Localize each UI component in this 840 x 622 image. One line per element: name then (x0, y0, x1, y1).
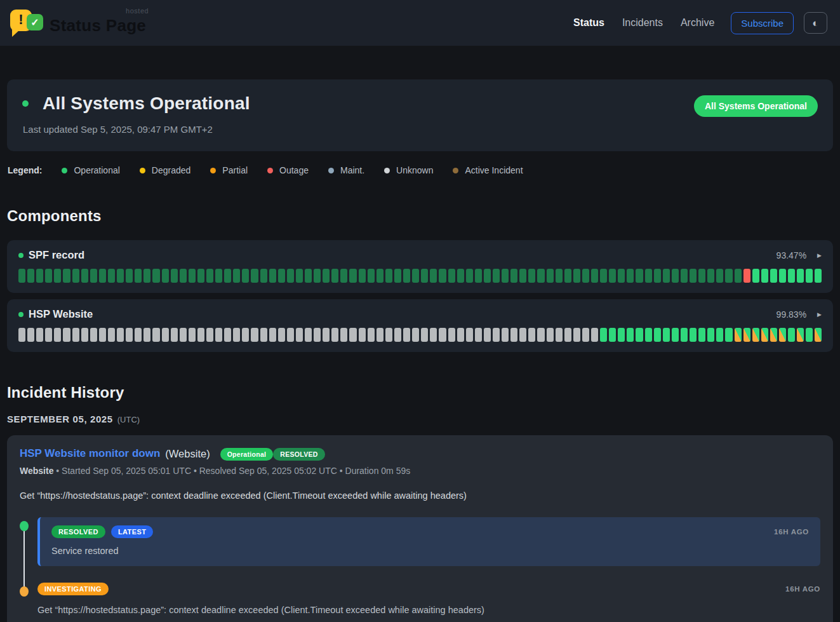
uptime-bar[interactable] (645, 269, 652, 283)
uptime-bar[interactable] (72, 269, 79, 283)
uptime-bar[interactable] (591, 328, 598, 342)
uptime-bar[interactable] (681, 269, 688, 283)
uptime-bar[interactable] (18, 269, 25, 283)
uptime-bar[interactable] (72, 328, 79, 342)
uptime-bar[interactable] (475, 269, 482, 283)
uptime-bar[interactable] (627, 269, 634, 283)
expand-arrow-icon[interactable]: ▶ (817, 252, 822, 259)
uptime-bar[interactable] (430, 328, 437, 342)
uptime-bar[interactable] (797, 328, 804, 342)
uptime-bar[interactable] (672, 269, 679, 283)
uptime-bar[interactable] (457, 269, 464, 283)
uptime-bar[interactable] (206, 328, 213, 342)
nav-status[interactable]: Status (573, 17, 604, 29)
uptime-bar[interactable] (761, 269, 768, 283)
uptime-bar[interactable] (654, 269, 661, 283)
uptime-bar[interactable] (448, 328, 455, 342)
uptime-bar[interactable] (797, 269, 804, 283)
uptime-bar[interactable] (484, 269, 491, 283)
uptime-bar[interactable] (806, 269, 813, 283)
uptime-bar[interactable] (63, 269, 70, 283)
uptime-bar[interactable] (45, 328, 52, 342)
uptime-bar[interactable] (99, 328, 106, 342)
uptime-bar[interactable] (368, 269, 375, 283)
uptime-bar[interactable] (171, 269, 178, 283)
uptime-bar[interactable] (698, 269, 705, 283)
uptime-bar[interactable] (340, 269, 347, 283)
uptime-bar[interactable] (171, 328, 178, 342)
uptime-bar[interactable] (117, 269, 124, 283)
uptime-bar[interactable] (430, 269, 437, 283)
uptime-bar[interactable] (394, 269, 401, 283)
uptime-bar[interactable] (502, 328, 509, 342)
theme-toggle-button[interactable]: ◐ (804, 12, 827, 34)
uptime-bar[interactable] (269, 269, 276, 283)
uptime-bar[interactable] (493, 269, 500, 283)
uptime-bar[interactable] (278, 328, 285, 342)
uptime-bar[interactable] (582, 269, 589, 283)
uptime-bar[interactable] (466, 269, 473, 283)
uptime-bar[interactable] (681, 328, 688, 342)
uptime-bar[interactable] (510, 328, 517, 342)
uptime-bar[interactable] (618, 328, 625, 342)
uptime-bar[interactable] (564, 328, 571, 342)
uptime-bar[interactable] (439, 328, 446, 342)
uptime-bar[interactable] (143, 328, 150, 342)
uptime-bar[interactable] (466, 328, 473, 342)
uptime-bar[interactable] (377, 328, 383, 342)
uptime-bar[interactable] (707, 328, 714, 342)
uptime-bar[interactable] (287, 269, 294, 283)
uptime-bar[interactable] (162, 269, 169, 283)
uptime-bar[interactable] (716, 328, 723, 342)
uptime-bar[interactable] (788, 269, 795, 283)
uptime-bar[interactable] (457, 328, 464, 342)
uptime-bar[interactable] (609, 269, 616, 283)
uptime-bar[interactable] (752, 328, 759, 342)
uptime-bar[interactable] (260, 269, 267, 283)
uptime-bar[interactable] (27, 328, 34, 342)
uptime-bar[interactable] (152, 269, 159, 283)
uptime-bar[interactable] (716, 269, 723, 283)
uptime-bar[interactable] (242, 269, 249, 283)
uptime-bar[interactable] (421, 269, 428, 283)
uptime-bar[interactable] (331, 328, 338, 342)
uptime-bar[interactable] (556, 269, 563, 283)
uptime-bar[interactable] (573, 269, 580, 283)
uptime-bar[interactable] (690, 269, 697, 283)
uptime-bar[interactable] (54, 269, 61, 283)
uptime-bar[interactable] (528, 269, 535, 283)
uptime-bar[interactable] (260, 328, 267, 342)
uptime-bar[interactable] (162, 328, 169, 342)
uptime-bar[interactable] (743, 328, 750, 342)
uptime-bar[interactable] (81, 269, 88, 283)
uptime-bar[interactable] (377, 269, 383, 283)
uptime-bar[interactable] (725, 269, 732, 283)
uptime-bar[interactable] (475, 328, 482, 342)
uptime-bar[interactable] (537, 269, 544, 283)
uptime-bar[interactable] (725, 328, 732, 342)
uptime-bar[interactable] (421, 328, 428, 342)
uptime-bar[interactable] (126, 328, 133, 342)
uptime-bar[interactable] (305, 328, 312, 342)
nav-incidents[interactable]: Incidents (622, 17, 663, 29)
uptime-bar[interactable] (63, 328, 70, 342)
uptime-bar[interactable] (672, 328, 679, 342)
uptime-bar[interactable] (627, 328, 634, 342)
uptime-bar[interactable] (609, 328, 616, 342)
uptime-bar[interactable] (698, 328, 705, 342)
uptime-bar[interactable] (815, 269, 822, 283)
uptime-bar[interactable] (385, 269, 392, 283)
uptime-bar[interactable] (412, 269, 419, 283)
uptime-bar[interactable] (108, 269, 115, 283)
uptime-bar[interactable] (189, 328, 196, 342)
uptime-bar[interactable] (591, 269, 598, 283)
uptime-bar[interactable] (81, 328, 88, 342)
uptime-bar[interactable] (197, 328, 204, 342)
uptime-bar[interactable] (547, 328, 554, 342)
expand-arrow-icon[interactable]: ▶ (817, 311, 822, 318)
uptime-bar[interactable] (663, 328, 670, 342)
uptime-bar[interactable] (152, 328, 159, 342)
uptime-bar[interactable] (349, 328, 356, 342)
uptime-bar[interactable] (349, 269, 356, 283)
incident-title-link[interactable]: HSP Website monitor down (20, 447, 160, 460)
